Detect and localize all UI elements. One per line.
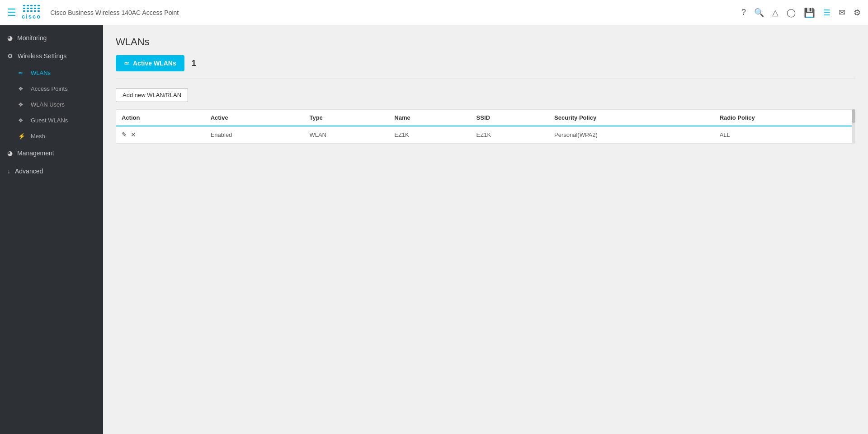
app-title: Cisco Business Wireless 140AC Access Poi… xyxy=(50,9,179,16)
col-type: Type xyxy=(304,110,389,126)
table-scrollbar-thumb xyxy=(852,109,855,123)
action-icons-0: ✎ ✕ xyxy=(122,131,200,138)
sidebar-item-wlans[interactable]: ≃ WLANs xyxy=(0,65,103,81)
sidebar-item-guest-wlans[interactable]: ❖ Guest WLANs xyxy=(0,112,103,128)
wlan-users-icon: ❖ xyxy=(18,101,26,108)
table-row: ✎ ✕ Enabled WLAN EZ1K EZ1K Personal(WPA2… xyxy=(116,126,855,143)
table-header-row: Action Active Type Name SSID Security Po… xyxy=(116,110,855,126)
guest-wlans-icon: ❖ xyxy=(18,117,26,124)
wireless-settings-icon: ⚙ xyxy=(7,52,13,60)
cell-active-0: Enabled xyxy=(205,126,304,143)
cisco-dots xyxy=(23,5,40,12)
settings-icon[interactable]: ⚙ xyxy=(854,8,861,18)
active-wlans-badge[interactable]: ≃ Active WLANs xyxy=(116,55,184,71)
wlan-data-table: Action Active Type Name SSID Security Po… xyxy=(116,110,855,143)
layout: ◕ Monitoring ⚙ Wireless Settings ≃ WLANs… xyxy=(0,25,868,434)
active-wlans-count: 1 xyxy=(192,59,196,68)
wlan-table: Action Active Type Name SSID Security Po… xyxy=(116,109,855,144)
hamburger-icon[interactable]: ☰ xyxy=(7,7,16,19)
navbar-left: ☰ cisco Cisco Business Wireless 140AC Ac… xyxy=(7,5,179,20)
access-points-icon: ❖ xyxy=(18,85,26,92)
col-name: Name xyxy=(389,110,471,126)
table-wrapper: Action Active Type Name SSID Security Po… xyxy=(116,109,855,144)
sidebar: ◕ Monitoring ⚙ Wireless Settings ≃ WLANs… xyxy=(0,25,103,434)
clock-icon[interactable]: ◯ xyxy=(787,8,796,18)
sidebar-mesh-label: Mesh xyxy=(31,133,45,140)
sidebar-item-monitoring[interactable]: ◕ Monitoring xyxy=(0,29,103,47)
edit-icon-0[interactable]: ✎ xyxy=(122,131,127,138)
cell-security-policy-0: Personal(WPA2) xyxy=(549,126,714,143)
sidebar-advanced-label: Advanced xyxy=(15,168,43,175)
sidebar-item-wlan-users[interactable]: ❖ WLAN Users xyxy=(0,97,103,112)
table-scrollbar[interactable] xyxy=(852,109,855,144)
delete-icon-0[interactable]: ✕ xyxy=(131,131,136,138)
help-icon[interactable]: ? xyxy=(741,8,746,17)
monitoring-icon: ◕ xyxy=(7,34,13,42)
management-icon: ◕ xyxy=(7,149,13,157)
col-security-policy: Security Policy xyxy=(549,110,714,126)
sidebar-access-points-label: Access Points xyxy=(31,85,68,92)
sidebar-item-mesh[interactable]: ⚡ Mesh xyxy=(0,128,103,144)
sidebar-management-label: Management xyxy=(17,149,54,157)
alert-icon[interactable]: △ xyxy=(772,8,778,18)
active-wlans-bar: ≃ Active WLANs 1 xyxy=(116,55,855,79)
active-wlans-wifi-icon: ≃ xyxy=(124,60,129,67)
sidebar-item-access-points[interactable]: ❖ Access Points xyxy=(0,81,103,97)
mail-icon[interactable]: ✉ xyxy=(839,8,845,18)
sidebar-item-advanced[interactable]: ↓ Advanced xyxy=(0,162,103,180)
navbar: ☰ cisco Cisco Business Wireless 140AC Ac… xyxy=(0,0,868,25)
col-ssid: SSID xyxy=(471,110,549,126)
page-title: WLANs xyxy=(116,36,855,48)
cell-ssid-0: EZ1K xyxy=(471,126,549,143)
cell-name-0: EZ1K xyxy=(389,126,471,143)
save-icon[interactable]: 💾 xyxy=(804,7,815,18)
cell-action-0: ✎ ✕ xyxy=(116,126,205,143)
sidebar-wlan-users-label: WLAN Users xyxy=(31,101,65,108)
wlans-icon: ≃ xyxy=(18,70,26,76)
navbar-right: ? 🔍 △ ◯ 💾 ☰ ✉ ⚙ xyxy=(741,7,861,18)
main-content: WLANs ≃ Active WLANs 1 Add new WLAN/RLAN… xyxy=(103,25,868,434)
mesh-icon: ⚡ xyxy=(18,133,26,140)
sidebar-wlans-label: WLANs xyxy=(31,70,51,76)
add-wlan-button[interactable]: Add new WLAN/RLAN xyxy=(116,88,188,102)
advanced-icon: ↓ xyxy=(7,168,10,175)
sidebar-wireless-label: Wireless Settings xyxy=(18,52,66,60)
sidebar-monitoring-label: Monitoring xyxy=(17,34,47,42)
cell-type-0: WLAN xyxy=(304,126,389,143)
active-wlans-label: Active WLANs xyxy=(133,60,176,67)
search-icon[interactable]: 🔍 xyxy=(754,8,764,18)
col-radio-policy: Radio Policy xyxy=(714,110,855,126)
cisco-logo: cisco xyxy=(22,5,41,20)
cisco-wordmark: cisco xyxy=(22,13,41,20)
cisco-logo-graphic: cisco xyxy=(22,5,41,20)
sidebar-guest-wlans-label: Guest WLANs xyxy=(31,117,68,124)
col-action: Action xyxy=(116,110,205,126)
col-active: Active xyxy=(205,110,304,126)
sidebar-item-wireless-settings[interactable]: ⚙ Wireless Settings xyxy=(0,47,103,65)
sidebar-item-management[interactable]: ◕ Management xyxy=(0,144,103,162)
lines-icon[interactable]: ☰ xyxy=(823,8,830,18)
cell-radio-policy-0: ALL xyxy=(714,126,855,143)
